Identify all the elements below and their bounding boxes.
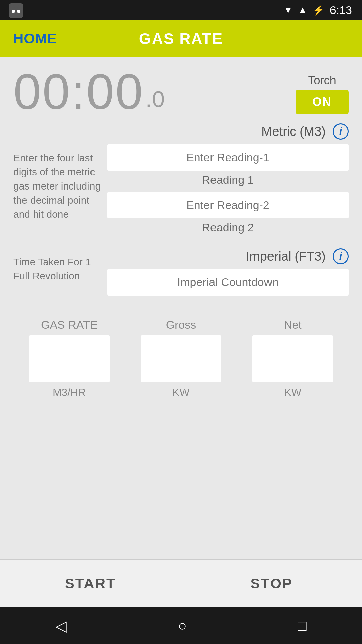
- reading1-group: Reading 1 Reading 2: [107, 144, 349, 239]
- status-time: 6:13: [330, 4, 352, 17]
- svg-point-1: [12, 10, 15, 13]
- start-button[interactable]: START: [0, 560, 181, 607]
- net-unit: KW: [284, 386, 302, 399]
- torch-button[interactable]: ON: [296, 90, 349, 114]
- gross-box: [141, 335, 221, 382]
- back-icon[interactable]: ◁: [55, 617, 67, 634]
- timer-decimal: .0: [145, 86, 165, 112]
- reading2-label: Reading 2: [107, 221, 349, 234]
- imperial-helper-text: Time Taken For 1 Full Revolution: [13, 248, 107, 283]
- gross-column: Gross KW: [137, 318, 225, 399]
- reading1-section: Enter the four last digits of the metric…: [13, 144, 349, 239]
- metric-info-icon[interactable]: i: [333, 123, 349, 140]
- torch-container: Torch ON: [296, 74, 349, 114]
- status-bar: ▼ ▲ ⚡ 6:13: [0, 0, 362, 20]
- home-icon[interactable]: ○: [178, 617, 187, 634]
- bottom-bar: START STOP: [0, 560, 362, 607]
- gross-unit: KW: [172, 386, 190, 399]
- gas-rate-box: [29, 335, 110, 382]
- svg-rect-0: [9, 3, 23, 18]
- results-row: GAS RATE M3/HR Gross KW Net KW: [13, 318, 349, 399]
- signal-icon: ▲: [298, 5, 307, 15]
- app-title: GAS RATE: [139, 30, 223, 48]
- stop-button[interactable]: STOP: [181, 560, 362, 607]
- imperial-header: Imperial (FT3) i: [107, 248, 349, 264]
- recent-icon[interactable]: □: [298, 617, 307, 634]
- torch-label: Torch: [308, 74, 336, 87]
- home-link[interactable]: HOME: [13, 31, 57, 47]
- imperial-info-icon[interactable]: i: [333, 248, 349, 264]
- metric-title: Metric (M3): [261, 124, 326, 139]
- battery-icon: ⚡: [313, 5, 324, 16]
- metric-section-header: Metric (M3) i: [13, 123, 349, 140]
- results-section: GAS RATE M3/HR Gross KW Net KW: [13, 312, 349, 406]
- net-column: Net KW: [249, 318, 336, 399]
- cat-icon: [9, 3, 23, 18]
- imperial-countdown-input[interactable]: [107, 269, 349, 296]
- imperial-title: Imperial (FT3): [246, 249, 326, 264]
- timer-row: 00:00 .0 Torch ON: [13, 67, 349, 117]
- gross-title: Gross: [166, 318, 196, 331]
- svg-point-2: [17, 10, 20, 13]
- gas-rate-title: GAS RATE: [41, 318, 98, 331]
- imperial-section: Time Taken For 1 Full Revolution Imperia…: [13, 248, 349, 298]
- timer-value: 00:00: [13, 67, 144, 117]
- timer-display: 00:00 .0: [13, 67, 165, 117]
- metric-helper-text: Enter the four last digits of the metric…: [13, 144, 107, 221]
- reading1-label: Reading 1: [107, 173, 349, 186]
- gas-rate-column: GAS RATE M3/HR: [26, 318, 113, 399]
- app-bar: HOME GAS RATE: [0, 20, 362, 57]
- wifi-icon: ▼: [283, 5, 293, 15]
- imperial-right: Imperial (FT3) i: [107, 248, 349, 298]
- main-content: 00:00 .0 Torch ON Metric (M3) i Enter th…: [0, 57, 362, 559]
- net-box: [252, 335, 333, 382]
- reading1-input[interactable]: [107, 144, 349, 171]
- net-title: Net: [284, 318, 302, 331]
- gas-rate-unit: M3/HR: [53, 386, 86, 399]
- reading2-input[interactable]: [107, 192, 349, 218]
- nav-bar: ◁ ○ □: [0, 607, 362, 644]
